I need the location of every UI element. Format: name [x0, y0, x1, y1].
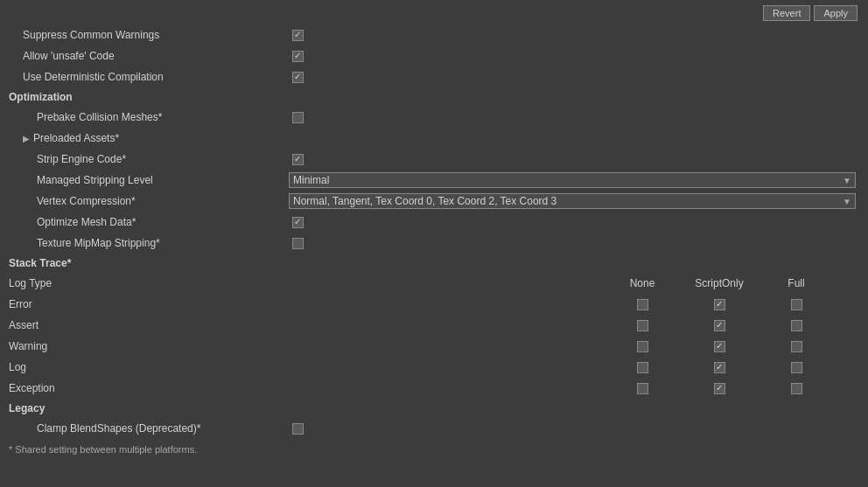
suppress-common-warnings-label: Suppress Common Warnings [9, 29, 289, 41]
warning-full-checkbox[interactable] [791, 341, 802, 352]
stack-trace-header-row: Log Type None ScriptOnly Full [7, 273, 861, 294]
exception-none-cell[interactable] [604, 383, 681, 394]
deterministic-compilation-label: Use Deterministic Compilation [9, 71, 289, 83]
strip-engine-code-label: Strip Engine Code* [9, 153, 289, 165]
prebake-collision-meshes-label: Prebake Collision Meshes* [9, 111, 289, 123]
clamp-blendshapes-label: Clamp BlendShapes (Deprecated)* [9, 422, 289, 435]
warning-none-cell[interactable] [604, 341, 681, 352]
strip-engine-code-checkbox[interactable] [289, 152, 306, 166]
legacy-section-header: Legacy [7, 399, 861, 418]
stack-trace-error-row: Error [7, 294, 861, 315]
allow-unsafe-code-check[interactable] [292, 51, 304, 62]
deterministic-compilation-row: Use Deterministic Compilation [7, 66, 861, 87]
preloaded-assets-row: ▶ Preloaded Assets* [7, 128, 861, 149]
prebake-collision-meshes-checkbox[interactable] [289, 110, 306, 124]
exception-script-only-checkbox[interactable] [714, 383, 725, 394]
error-label: Error [9, 298, 604, 310]
exception-full-cell[interactable] [758, 383, 835, 394]
exception-script-only-cell[interactable] [681, 383, 758, 394]
vertex-compression-dropdown[interactable]: Normal, Tangent, Tex Coord 0, Tex Coord … [289, 193, 856, 209]
error-script-only-checkbox[interactable] [714, 299, 725, 310]
vertex-compression-label: Vertex Compression* [9, 195, 289, 207]
suppress-common-warnings-check[interactable] [292, 30, 304, 41]
stack-trace-warning-row: Warning [7, 336, 861, 357]
log-script-only-checkbox[interactable] [714, 362, 725, 373]
deterministic-compilation-checkbox[interactable] [289, 70, 306, 84]
log-none-cell[interactable] [604, 362, 681, 373]
suppress-common-warnings-checkbox[interactable] [289, 28, 306, 42]
error-none-cell[interactable] [604, 299, 681, 310]
texture-mipmap-stripping-label: Texture MipMap Stripping* [9, 237, 289, 249]
preloaded-assets-label: Preloaded Assets* [33, 132, 119, 144]
log-script-only-cell[interactable] [681, 362, 758, 373]
assert-label: Assert [9, 319, 604, 331]
log-full-checkbox[interactable] [791, 362, 802, 373]
clamp-blendshapes-row: Clamp BlendShapes (Deprecated)* [7, 418, 861, 439]
managed-stripping-level-arrow: ▼ [843, 176, 851, 185]
apply-button[interactable]: Apply [814, 5, 858, 21]
error-full-checkbox[interactable] [791, 299, 802, 310]
assert-none-cell[interactable] [604, 320, 681, 331]
error-script-only-cell[interactable] [681, 299, 758, 310]
clamp-blendshapes-check[interactable] [292, 423, 304, 435]
warning-full-cell[interactable] [758, 341, 835, 352]
texture-mipmap-stripping-check[interactable] [292, 238, 304, 249]
managed-stripping-level-row: Managed Stripping Level Minimal ▼ [7, 170, 861, 191]
assert-script-only-cell[interactable] [681, 320, 758, 331]
optimize-mesh-data-checkbox[interactable] [289, 215, 306, 229]
log-label: Log [9, 361, 604, 373]
stack-trace-exception-row: Exception [7, 378, 861, 399]
assert-none-checkbox[interactable] [637, 320, 648, 331]
prebake-collision-meshes-check[interactable] [292, 112, 304, 123]
settings-panel: Revert Apply Suppress Common Warnings Al… [0, 0, 868, 458]
managed-stripping-level-label: Managed Stripping Level [9, 174, 289, 186]
preloaded-assets-triangle[interactable]: ▶ [9, 134, 30, 143]
warning-script-only-checkbox[interactable] [714, 341, 725, 352]
exception-label: Exception [9, 382, 604, 394]
col-none-header: None [604, 277, 681, 289]
exception-full-checkbox[interactable] [791, 383, 802, 394]
strip-engine-code-row: Strip Engine Code* [7, 149, 861, 170]
prebake-collision-meshes-row: Prebake Collision Meshes* [7, 107, 861, 128]
legacy-title: Legacy [9, 402, 45, 414]
col-script-only-header: ScriptOnly [681, 277, 758, 289]
strip-engine-code-check[interactable] [292, 154, 304, 165]
stack-trace-assert-row: Assert [7, 315, 861, 336]
log-type-label: Log Type [9, 277, 604, 289]
assert-full-cell[interactable] [758, 320, 835, 331]
revert-button[interactable]: Revert [763, 5, 810, 21]
optimization-section-header: Optimization [7, 87, 861, 107]
optimize-mesh-data-row: Optimize Mesh Data* [7, 212, 861, 233]
warning-label: Warning [9, 340, 604, 352]
texture-mipmap-stripping-row: Texture MipMap Stripping* [7, 233, 861, 254]
managed-stripping-level-dropdown[interactable]: Minimal ▼ [289, 172, 856, 188]
error-full-cell[interactable] [758, 299, 835, 310]
managed-stripping-level-value: Minimal [293, 174, 329, 186]
error-none-checkbox[interactable] [637, 299, 648, 310]
allow-unsafe-code-label: Allow 'unsafe' Code [9, 50, 289, 62]
allow-unsafe-code-checkbox[interactable] [289, 49, 306, 63]
log-full-cell[interactable] [758, 362, 835, 373]
stack-trace-title: Stack Trace* [9, 257, 71, 269]
vertex-compression-value: Normal, Tangent, Tex Coord 0, Tex Coord … [293, 195, 556, 207]
assert-full-checkbox[interactable] [791, 320, 802, 331]
stack-trace-section-header: Stack Trace* [7, 254, 861, 273]
warning-none-checkbox[interactable] [637, 341, 648, 352]
clamp-blendshapes-checkbox[interactable] [289, 421, 306, 435]
vertex-compression-row: Vertex Compression* Normal, Tangent, Tex… [7, 191, 861, 212]
optimize-mesh-data-check[interactable] [292, 217, 304, 228]
top-buttons-row: Revert Apply [7, 3, 861, 23]
footer-note: * Shared setting between multiple platfo… [7, 444, 861, 455]
texture-mipmap-stripping-checkbox[interactable] [289, 236, 306, 250]
col-full-header: Full [758, 277, 835, 289]
stack-trace-log-row: Log [7, 357, 861, 378]
deterministic-compilation-check[interactable] [292, 72, 304, 83]
log-none-checkbox[interactable] [637, 362, 648, 373]
exception-none-checkbox[interactable] [637, 383, 648, 394]
assert-script-only-checkbox[interactable] [714, 320, 725, 331]
optimization-title: Optimization [9, 91, 73, 103]
vertex-compression-arrow: ▼ [843, 197, 851, 206]
warning-script-only-cell[interactable] [681, 341, 758, 352]
allow-unsafe-code-row: Allow 'unsafe' Code [7, 45, 861, 66]
optimize-mesh-data-label: Optimize Mesh Data* [9, 216, 289, 228]
